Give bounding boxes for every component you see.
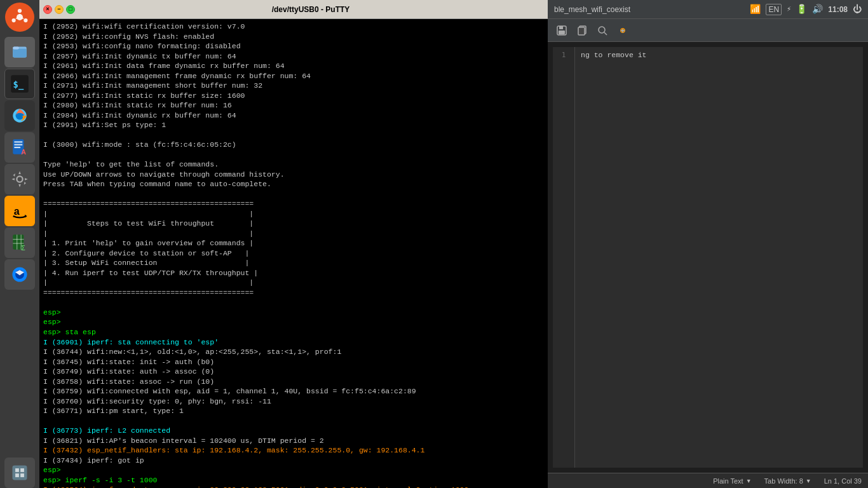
amazon-icon[interactable]: a bbox=[4, 196, 35, 226]
svg-text:$_: $_ bbox=[13, 79, 24, 90]
save-button[interactable] bbox=[553, 22, 571, 39]
term-line: I (2957) wifi:Init dynamic tx buffer num… bbox=[43, 51, 544, 62]
term-line: I (36744) wifi:new:<1,1>, old:<1,0>, ap:… bbox=[43, 347, 544, 357]
term-line: I (36749) wifi:state: auth -> assoc (0) bbox=[43, 367, 544, 377]
plain-text-selector[interactable]: Plain Text ▼ bbox=[713, 477, 751, 485]
putty-terminal[interactable]: I (2952) wifi:wifi certification version… bbox=[39, 19, 548, 488]
svg-point-3 bbox=[24, 18, 27, 22]
copy-icon bbox=[576, 25, 588, 36]
keyboard-layout-label: EN bbox=[766, 4, 782, 15]
term-line: I (36759) wifi:connected with esp, aid =… bbox=[43, 386, 544, 396]
power-icon: ⏻ bbox=[853, 4, 862, 15]
term-line: esp> iperf -s -i 3 -t 1000 bbox=[43, 475, 544, 485]
term-line: I (36745) wifi:state: init -> auth (b0) bbox=[43, 357, 544, 367]
svg-rect-16 bbox=[14, 141, 22, 142]
term-line: | | bbox=[43, 209, 544, 219]
term-line: I (2977) wifi:Init static rx buffer size… bbox=[43, 91, 544, 101]
plain-text-chevron-icon: ▼ bbox=[746, 478, 752, 484]
putty-maximize-button[interactable]: □ bbox=[66, 5, 75, 14]
term-line: | Steps to test WiFi throughput | bbox=[43, 219, 544, 229]
term-line: I (2952) wifi:wifi certification version… bbox=[43, 22, 544, 32]
term-line: esp> sta esp bbox=[43, 327, 544, 337]
ubuntu-icon[interactable] bbox=[5, 3, 34, 32]
thunderbird-icon[interactable] bbox=[4, 259, 35, 290]
term-line: I (2984) wifi:Init dynamic rx buffer num… bbox=[43, 111, 544, 121]
svg-point-40 bbox=[599, 27, 605, 33]
term-line: I (2971) wifi:Init management short buff… bbox=[43, 81, 544, 91]
editor-toolbar bbox=[548, 19, 868, 42]
svg-line-41 bbox=[604, 32, 607, 35]
preferences-button[interactable] bbox=[614, 22, 632, 39]
term-line: Press TAB when typing command name to au… bbox=[43, 179, 544, 189]
svg-rect-34 bbox=[20, 473, 24, 477]
putty-close-button[interactable]: × bbox=[43, 5, 52, 14]
firefox-icon[interactable] bbox=[4, 100, 35, 131]
svg-rect-32 bbox=[20, 468, 24, 472]
volume-icon: 🔊 bbox=[812, 4, 823, 15]
search-button[interactable] bbox=[593, 22, 611, 39]
svg-text:a: a bbox=[14, 205, 20, 217]
term-line: esp> bbox=[43, 465, 544, 475]
putty-minimize-button[interactable]: − bbox=[55, 5, 64, 14]
term-line: I (2952) wifi:config NVS flash: enabled bbox=[43, 32, 544, 42]
term-line: ========================================… bbox=[43, 199, 544, 209]
editor-statusbar: Plain Text ▼ Tab Width: 8 ▼ Ln 1, Col 39 bbox=[548, 473, 868, 488]
libreoffice-writer-icon[interactable]: A bbox=[4, 132, 35, 163]
term-line: I (36773) iperf: L2 connected bbox=[43, 426, 544, 436]
terminal-icon[interactable]: $_ bbox=[4, 69, 35, 99]
svg-point-4 bbox=[12, 18, 16, 22]
term-line: esp> bbox=[43, 308, 544, 318]
term-line: | | bbox=[43, 229, 544, 239]
svg-text:Σ: Σ bbox=[21, 244, 25, 252]
svg-point-2 bbox=[18, 9, 22, 13]
save-icon bbox=[556, 25, 567, 36]
term-line bbox=[43, 189, 544, 200]
term-line: I (3000) wifi:mode : sta (fc:f5:c4:6c:05… bbox=[43, 140, 544, 150]
tab-width-selector[interactable]: Tab Width: 8 ▼ bbox=[764, 477, 811, 485]
svg-rect-36 bbox=[559, 26, 563, 29]
term-line: I (36901) iperf: sta connecting to 'esp' bbox=[43, 337, 544, 348]
copy-button[interactable] bbox=[573, 22, 591, 39]
term-line: | 4. Run iperf to test UDP/TCP RX/TX thr… bbox=[43, 268, 544, 278]
editor-partial-text: ng to remove it bbox=[581, 51, 647, 59]
bluetooth-icon: ⚡ bbox=[787, 4, 791, 14]
editor-content[interactable]: 1 ng to remove it bbox=[548, 42, 868, 473]
search-icon bbox=[597, 25, 608, 36]
term-line: I (2980) wifi:Init static rx buffer num:… bbox=[43, 100, 544, 111]
term-line: I (2966) wifi:Init management frame dyna… bbox=[43, 71, 544, 81]
putty-titlebar: × − □ /dev/ttyUSB0 - PuTTY bbox=[39, 0, 548, 19]
battery-icon: 🔋 bbox=[796, 4, 807, 15]
svg-rect-18 bbox=[14, 147, 20, 148]
clock: 11:08 bbox=[828, 5, 848, 14]
term-line: | | bbox=[43, 278, 544, 288]
tab-width-label: Tab Width: 8 bbox=[764, 477, 803, 485]
term-line: I (37434) iperf: got ip bbox=[43, 456, 544, 466]
svg-rect-10 bbox=[13, 46, 19, 49]
svg-rect-17 bbox=[14, 144, 22, 146]
svg-rect-39 bbox=[578, 27, 585, 35]
term-line bbox=[43, 130, 544, 140]
sidebar: $_ A bbox=[0, 0, 39, 488]
term-line: | 3. Setup WiFi connection | bbox=[43, 258, 544, 268]
preferences-icon bbox=[617, 25, 628, 36]
term-line bbox=[43, 297, 544, 308]
files-icon[interactable] bbox=[4, 37, 35, 67]
libreoffice-calc-icon[interactable]: Σ bbox=[4, 227, 35, 258]
wifi-icon: 📶 bbox=[750, 4, 761, 15]
term-line: | 2. Configure device to station or soft… bbox=[43, 248, 544, 259]
settings-icon[interactable] bbox=[4, 164, 35, 194]
term-line: I (36760) wifi:security type: 0, phy: bg… bbox=[43, 396, 544, 407]
term-line: I (37432) esp_netif_handlers: sta ip: 19… bbox=[43, 445, 544, 456]
term-line: I (36821) wifi:AP's beacon interval = 10… bbox=[43, 436, 544, 446]
term-line: ========================================… bbox=[43, 288, 544, 298]
svg-point-20 bbox=[17, 176, 22, 182]
tab-width-chevron-icon: ▼ bbox=[806, 478, 811, 484]
term-line: I (2953) wifi:config nano formating: dis… bbox=[43, 41, 544, 51]
svg-rect-9 bbox=[13, 49, 26, 58]
app-icon[interactable] bbox=[4, 458, 35, 488]
svg-rect-31 bbox=[15, 468, 19, 472]
svg-rect-30 bbox=[12, 465, 27, 480]
term-line: I (36758) wifi:state: assoc -> run (10) bbox=[43, 377, 544, 387]
term-line: I (180564) iperf: mode=tcp-server sip=80… bbox=[43, 485, 544, 488]
term-line bbox=[43, 150, 544, 160]
